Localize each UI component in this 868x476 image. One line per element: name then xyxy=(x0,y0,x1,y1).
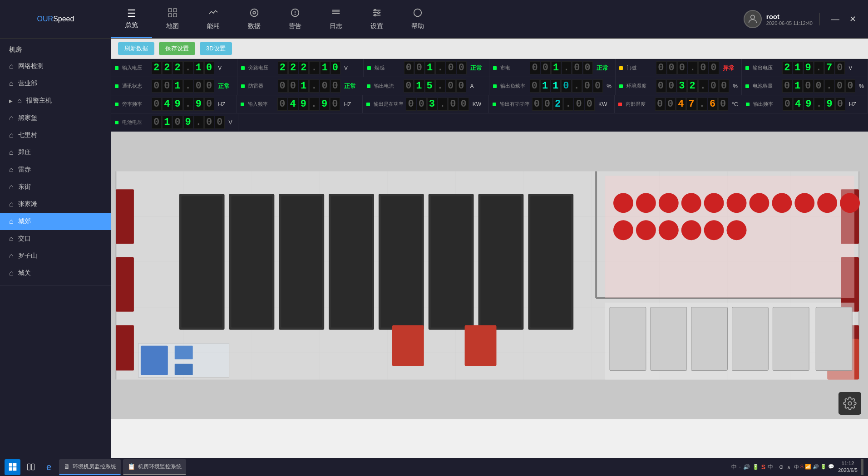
section-machine-room-label: 机房 xyxy=(9,46,22,53)
led-digit: 0 xyxy=(709,79,719,93)
sidebar-item-leichi[interactable]: ⌂ 雷赤 xyxy=(0,161,111,178)
main-content: 刷新数据 保存设置 3D设置 输入电压 2 2 2 . 1 0 V xyxy=(111,39,868,476)
user-datetime: 2020-06-05 11:12:40 xyxy=(766,20,813,26)
led-digit: 0 xyxy=(574,98,584,111)
unit-v: V xyxy=(218,65,222,71)
led-digit: 0 xyxy=(530,79,540,93)
close-button[interactable]: ✕ xyxy=(846,13,859,25)
logo-our: OUR xyxy=(37,15,54,23)
status-item-output-freq: 输出频率 0 4 9 . 9 0 HZ xyxy=(742,95,868,113)
led-digit: 0 xyxy=(459,98,469,111)
svg-rect-100 xyxy=(13,467,16,471)
save-button[interactable]: 保存设置 xyxy=(159,42,195,55)
svg-point-16 xyxy=(378,12,380,14)
alert-icon xyxy=(290,8,300,20)
led-output-current: 0 1 5 . 0 0 xyxy=(404,79,466,93)
led-digit: . xyxy=(309,98,319,111)
home-icon-9: ⌂ xyxy=(9,200,14,208)
svg-rect-60 xyxy=(481,196,522,327)
minimize-button[interactable]: — xyxy=(829,13,842,25)
nav-map[interactable]: 地图 xyxy=(152,0,193,38)
led-digit: 2 xyxy=(553,98,563,111)
led-digit: . xyxy=(183,98,193,111)
sidebar-item-label: 城郊 xyxy=(18,217,31,226)
svg-rect-87 xyxy=(651,307,687,371)
led-digit: . xyxy=(563,98,573,111)
home-icon-10: ⌂ xyxy=(9,217,14,226)
led-digit: 0 xyxy=(783,98,793,111)
refresh-button[interactable]: 刷新数据 xyxy=(118,42,154,55)
svg-text:i: i xyxy=(416,10,417,16)
led-digit: 0 xyxy=(448,98,458,111)
svg-rect-42 xyxy=(116,257,134,312)
home-icon: ⌂ xyxy=(9,62,14,70)
sidebar: OURSpeed 机房 ⌂ 网络检测 ⌂ 营业部 ▶ ⌂ 报警主机 ⌂ 黑家堡 … xyxy=(0,0,111,476)
sidebar-item-qilicun[interactable]: ⌂ 七里村 xyxy=(0,127,111,144)
sidebar-item-luozushan[interactable]: ⌂ 罗子山 xyxy=(0,247,111,265)
sidebar-item-network[interactable]: ⌂ 网络检测 xyxy=(0,58,111,75)
start-button[interactable] xyxy=(5,459,20,475)
sidebar-item-zhangjiatan[interactable]: ⌂ 张家滩 xyxy=(0,196,111,213)
sidebar-item-zhengzhuang[interactable]: ⌂ 郑庄 xyxy=(0,144,111,161)
led-digit: . xyxy=(435,79,445,93)
svg-point-71 xyxy=(681,193,701,213)
led-smoke: 0 0 1 . 0 0 xyxy=(404,61,467,74)
help-icon: i xyxy=(413,8,423,20)
sidebar-item-alarm-host[interactable]: ▶ ⌂ 报警主机 xyxy=(0,92,111,109)
settings-gear-button[interactable] xyxy=(838,392,861,415)
led-digit: 0 xyxy=(572,61,582,74)
show-desktop-button[interactable] xyxy=(861,459,863,475)
label-humidity: 环境湿度 xyxy=(626,83,654,89)
taskbar-app-env-1[interactable]: 🖥 环境机房监控系统 xyxy=(59,459,121,475)
3d-settings-button[interactable]: 3D设置 xyxy=(200,42,232,55)
nav-help[interactable]: i 帮助 xyxy=(397,0,438,38)
sidebar-item-jiaokou[interactable]: ⌂ 交口 xyxy=(0,230,111,247)
taskview-button[interactable] xyxy=(23,459,39,475)
ie-button[interactable]: e xyxy=(41,459,57,475)
status-item-input-freq: 输入频率 0 4 9 . 9 0 HZ xyxy=(237,95,363,113)
status-item-active-power-out: 输出有功功率 0 0 2 . 0 0 KW xyxy=(489,95,615,113)
status-dot-red xyxy=(618,103,622,106)
led-digit: 7 xyxy=(824,61,834,74)
led-digit: 0 xyxy=(173,116,182,129)
taskbar-app-icon-2: 📋 xyxy=(128,463,135,470)
svg-point-72 xyxy=(704,193,724,213)
user-info: root 2020-06-05 11:12:40 xyxy=(744,10,813,28)
status-item-humidity: 环境湿度 0 0 3 2 . 0 0 % xyxy=(616,77,742,95)
status-item-output-load: 输出负载率 0 1 1 0 . 0 0 % xyxy=(489,77,616,95)
nav-label: 营告 xyxy=(289,22,301,30)
unit-pct: % xyxy=(859,83,864,89)
led-digit: 0 xyxy=(278,79,288,93)
sidebar-item-business[interactable]: ⌂ 营业部 xyxy=(0,75,111,92)
taskbar-app-env-2[interactable]: 📋 机房环境监控系统 xyxy=(123,459,186,475)
led-digit: 1 xyxy=(162,116,172,129)
unit-pct: % xyxy=(607,83,612,89)
taskbar-middle-icons: 中 S 📶 🔊 🔋 💬 xyxy=(794,464,834,471)
sidebar-item-chengguan[interactable]: ⌂ 城关 xyxy=(0,265,111,282)
sidebar-item-dongjie[interactable]: ⌂ 东街 xyxy=(0,178,111,196)
svg-point-4 xyxy=(251,9,258,17)
home-icon-5: ⌂ xyxy=(9,131,14,139)
nav-overview[interactable]: ☰ 总览 xyxy=(111,0,152,38)
room-3d-svg xyxy=(111,132,868,419)
sidebar-item-chengjiao[interactable]: ⌂ 城郊 xyxy=(0,213,111,230)
svg-rect-43 xyxy=(116,325,134,371)
svg-point-76 xyxy=(794,193,814,213)
led-digit: 2 xyxy=(152,61,162,74)
home-icon-8: ⌂ xyxy=(9,183,14,191)
led-digit: 0 xyxy=(330,98,340,111)
nav-energy[interactable]: 能耗 xyxy=(193,0,234,38)
nav-log[interactable]: 日志 xyxy=(316,0,356,38)
status-dot xyxy=(241,66,245,70)
status-item-comm: 通讯状态 0 0 1 . 0 0 正常 xyxy=(111,77,237,95)
led-digit: 9 xyxy=(194,98,204,111)
led-digit: . xyxy=(183,79,193,93)
status-item-battery-voltage: 电池电压 0 1 0 9 . 0 0 V xyxy=(111,113,238,131)
nav-settings[interactable]: 设置 xyxy=(356,0,397,38)
svg-point-77 xyxy=(817,193,837,213)
nav-alert[interactable]: 营告 xyxy=(275,0,316,38)
led-digit: 0 xyxy=(532,98,542,111)
sidebar-item-heijiapu[interactable]: ⌂ 黑家堡 xyxy=(0,109,111,127)
nav-data[interactable]: 数据 xyxy=(234,0,275,38)
unit-v: V xyxy=(344,65,348,71)
